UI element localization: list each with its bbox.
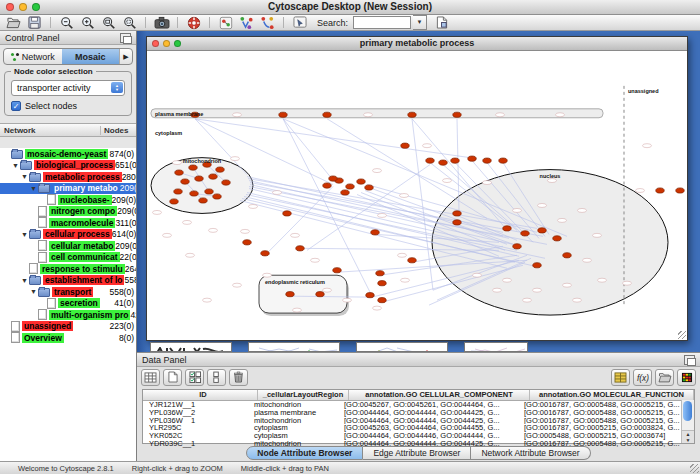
minimize-button[interactable] <box>19 3 27 11</box>
graph-node[interactable] <box>453 220 461 225</box>
graph-node[interactable] <box>222 180 230 185</box>
zoom-out-icon[interactable] <box>57 16 76 30</box>
network-view-zoom-button[interactable] <box>174 40 181 47</box>
network-view-titlebar[interactable]: primary metabolic process <box>147 37 687 51</box>
graph-node[interactable] <box>357 179 365 184</box>
graph-node[interactable] <box>401 143 409 148</box>
scrollbar-arrows[interactable]: ▲▼ <box>682 430 694 443</box>
graph-node[interactable] <box>408 112 416 117</box>
graph-node[interactable] <box>316 292 324 297</box>
tree-row[interactable]: ▼biological_process651(0) <box>0 160 136 172</box>
tree-row[interactable]: mosaic-demo-yeast874(0) <box>0 148 136 160</box>
zoom-fit-icon[interactable] <box>120 16 139 30</box>
minimized-view-thumbnail[interactable] <box>356 342 448 352</box>
tree-row[interactable]: macromolecule311(0) <box>0 217 136 229</box>
expand-arrow-icon[interactable]: ▼ <box>29 288 38 295</box>
graph-node[interactable] <box>376 271 384 276</box>
tab-node-attribute-browser[interactable]: Node Attribute Browser <box>246 446 363 460</box>
search-dropdown-button[interactable]: ▼ <box>413 15 427 30</box>
network-view-close-button[interactable] <box>152 40 159 47</box>
tab-network[interactable]: Network <box>4 49 62 64</box>
new-attribute-icon[interactable] <box>163 369 182 386</box>
float-panel-icon[interactable] <box>120 33 131 43</box>
graph-node[interactable] <box>521 231 529 236</box>
graph-node[interactable] <box>378 298 386 303</box>
graph-node[interactable] <box>279 112 287 117</box>
tree-row[interactable]: secretion41(0) <box>0 298 136 310</box>
graph-node[interactable] <box>499 158 507 163</box>
tab-overflow-arrow-icon[interactable]: ▶ <box>119 49 132 64</box>
close-button[interactable] <box>6 3 14 11</box>
table-row[interactable]: YJR121W__1mitochondrion[GO:0045267, GO:0… <box>143 401 694 409</box>
graph-node[interactable] <box>453 112 461 117</box>
annotation-tool-icon[interactable] <box>290 16 309 30</box>
graph-node[interactable] <box>503 226 511 231</box>
tab-mosaic[interactable]: Mosaic <box>62 49 120 64</box>
graph-node[interactable] <box>209 174 217 179</box>
tree-row[interactable]: ▼transport558(0) <box>0 286 136 298</box>
help-lifesaver-icon[interactable] <box>184 16 203 30</box>
search-input[interactable] <box>353 16 411 29</box>
tree-row[interactable]: cell communicat22(0) <box>0 252 136 264</box>
column-header[interactable]: ID <box>143 390 258 400</box>
scrollbar-thumb[interactable] <box>683 401 692 421</box>
graph-node[interactable] <box>329 176 337 181</box>
node-color-select[interactable]: transporter activity ▲▼ <box>11 80 125 96</box>
minimized-view-thumbnail[interactable] <box>150 342 232 352</box>
graph-node[interactable] <box>170 199 178 204</box>
graph-node[interactable] <box>451 158 459 163</box>
vizmapper-icon[interactable] <box>216 16 235 30</box>
tree-row[interactable]: response to stimulu264(0) <box>0 263 136 275</box>
new-document-icon[interactable] <box>432 16 451 30</box>
graph-node[interactable] <box>205 189 213 194</box>
table-row[interactable]: YPL036W__2plasma membrane[GO:0044464, GO… <box>143 409 694 417</box>
tab-network-attribute-browser[interactable]: Network Attribute Browser <box>471 446 590 460</box>
table-row[interactable]: YLR295Ccytoplasm[GO:0045263, GO:0044464,… <box>143 424 694 432</box>
graph-node[interactable] <box>283 211 291 216</box>
network-view-window[interactable]: primary metabolic process <box>146 36 688 341</box>
graph-node[interactable] <box>366 293 374 298</box>
graph-node[interactable] <box>378 281 386 286</box>
graph-node[interactable] <box>199 198 207 203</box>
graph-node[interactable] <box>483 158 491 163</box>
layout-hierarchic-icon[interactable] <box>258 16 277 30</box>
tree-column-network[interactable]: Network <box>0 126 101 135</box>
window-resize-grip[interactable] <box>678 331 686 339</box>
graph-node[interactable] <box>408 258 416 263</box>
open-session-icon[interactable] <box>4 16 23 30</box>
zoom-in-icon[interactable] <box>78 16 97 30</box>
statusbar-resize-grip[interactable] <box>690 464 699 473</box>
graph-node[interactable] <box>175 170 183 175</box>
graph-node[interactable] <box>296 246 304 251</box>
tree-row[interactable]: nitrogen compo209(0) <box>0 206 136 218</box>
graph-node[interactable] <box>346 184 354 189</box>
column-header[interactable]: annotation.GO CELLULAR_COMPONENT <box>349 390 530 400</box>
graph-node[interactable] <box>468 156 476 161</box>
graph-node[interactable] <box>189 165 197 170</box>
zoom-window-button[interactable] <box>32 3 40 11</box>
graph-node[interactable] <box>261 251 269 256</box>
expand-arrow-icon[interactable]: ▼ <box>20 277 29 284</box>
tree-row[interactable]: nucleobase-209(0) <box>0 194 136 206</box>
select-all-attributes-icon[interactable] <box>185 369 204 386</box>
expand-arrow-icon[interactable]: ▼ <box>20 173 29 180</box>
select-attributes-icon[interactable] <box>141 369 160 386</box>
graph-node[interactable] <box>453 211 461 216</box>
graph-node[interactable] <box>513 244 521 249</box>
table-scrollbar[interactable]: ▲▼ <box>681 400 694 443</box>
tree-row[interactable]: unassigned223(0) <box>0 321 136 333</box>
zoom-selected-icon[interactable] <box>99 16 118 30</box>
expand-arrow-icon[interactable]: ▼ <box>11 162 20 169</box>
graph-node[interactable] <box>213 194 221 199</box>
graph-node[interactable] <box>365 185 373 190</box>
network-canvas[interactable]: plasma membrane cytoplasm mitochondrion … <box>147 51 687 340</box>
network-view-minimize-button[interactable] <box>163 40 170 47</box>
graph-node[interactable] <box>323 183 331 188</box>
tree-row[interactable]: cellular metabo209(0) <box>0 240 136 252</box>
graph-node[interactable] <box>181 179 189 184</box>
layout-network-icon[interactable] <box>237 16 256 30</box>
delete-attribute-trash-icon[interactable] <box>229 369 248 386</box>
graph-node[interactable] <box>426 158 434 163</box>
tree-row[interactable]: ▼metabolic process280(0) <box>0 171 136 183</box>
graph-node[interactable] <box>323 112 331 117</box>
